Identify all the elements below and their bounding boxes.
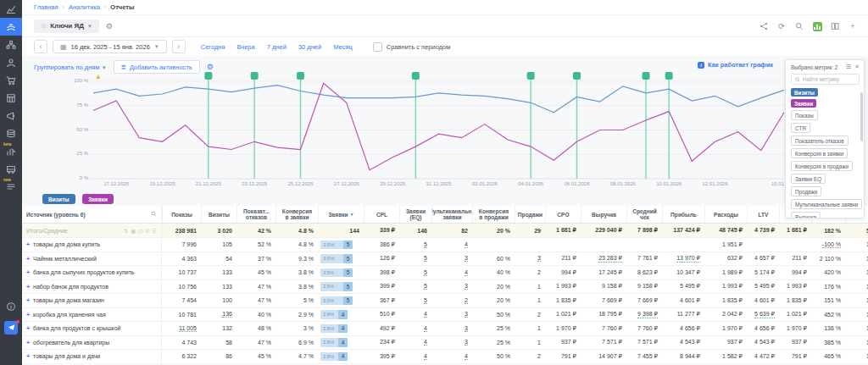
sort-icon[interactable]: ⇅	[124, 228, 128, 234]
expand-icon[interactable]: +	[26, 340, 30, 346]
column-header-Выручка[interactable]: Выручка	[581, 206, 626, 223]
column-header-Расходы[interactable]: Расходы	[704, 206, 747, 223]
metric-chip-Визиты[interactable]: Визиты	[791, 88, 818, 97]
column-header-Конверсия в продажи[interactable]: Конверсия в продажи	[472, 206, 515, 223]
prev-period-button[interactable]: ‹	[34, 40, 47, 53]
reports-icon[interactable]	[0, 18, 22, 36]
catalog-icon[interactable]	[0, 89, 22, 107]
table-row[interactable]: +обогреватель для квартиры4 7435847 %6.9…	[22, 336, 868, 351]
how-chart-works-link[interactable]: i Как работает график	[698, 61, 773, 69]
audience-icon[interactable]	[0, 53, 22, 71]
metrics-scrollbar[interactable]	[860, 92, 863, 141]
column-header-LTV[interactable]: LTV	[747, 206, 779, 223]
table-row[interactable]: +товары для дома купить7 99610552 %4.8 %…	[22, 238, 868, 252]
metric-chip-Показы[interactable]: Показы	[791, 110, 818, 120]
cart-icon[interactable]	[0, 71, 22, 89]
column-header-Показат... отказов[interactable]: Показат... отказов	[236, 206, 275, 223]
metrics-icon[interactable]: beta	[0, 142, 22, 160]
expand-icon[interactable]: +	[26, 269, 30, 275]
date-range-picker[interactable]: ▦ 16 дек. 2025 - 15 янв. 2026 ▼	[53, 40, 167, 53]
analytics-icon[interactable]	[0, 0, 22, 18]
activity-marker[interactable]	[204, 72, 212, 179]
star-icon[interactable]: ☆	[41, 22, 47, 30]
metric-chip-Мультиканальные заявки[interactable]: Мультиканальные заявки	[791, 199, 862, 209]
activity-marker[interactable]	[527, 72, 535, 179]
column-header-Заявки[interactable]: Заявки▼	[318, 206, 364, 223]
promo-icon[interactable]	[0, 107, 22, 124]
scripts-icon[interactable]: new	[0, 178, 22, 196]
metric-search-input[interactable]: Найти метрику	[791, 74, 860, 85]
quick-link-Вчера[interactable]: Вчера	[237, 43, 255, 51]
share-icon[interactable]	[759, 21, 769, 31]
metric-chip-Конверсия в заявки[interactable]: Конверсия в заявки	[791, 148, 848, 158]
phone-icon[interactable]: ✆	[146, 228, 150, 234]
expand-icon[interactable]: +	[26, 312, 30, 318]
metric-chip-Конверсия в продажи[interactable]: Конверсия в продажи	[791, 161, 853, 171]
expand-icon[interactable]: +	[26, 241, 30, 247]
column-header-Средний чек[interactable]: Средний чек	[626, 206, 662, 223]
quick-link-Месяц[interactable]: Месяц	[333, 43, 353, 51]
column-header-CPO[interactable]: CPO	[545, 206, 581, 223]
column-header-Мультиканальн... заявки[interactable]: Мультиканальн... заявки	[431, 206, 472, 223]
report-selector[interactable]: ☆ Ключи ЯД ▼	[34, 19, 99, 33]
next-period-button[interactable]: ›	[172, 40, 186, 53]
activity-marker[interactable]	[643, 72, 650, 179]
expand-icon[interactable]: +	[26, 256, 30, 262]
metric-chip-Показатель отказов[interactable]: Показатель отказов	[791, 135, 849, 146]
breadcrumb-item[interactable]: Аналитика	[69, 3, 100, 11]
columns-icon[interactable]	[830, 21, 840, 31]
expand-icon[interactable]: +	[26, 353, 30, 359]
refresh-icon[interactable]: ⟳	[776, 21, 787, 31]
report-settings-gear-icon[interactable]: ⚙	[106, 22, 113, 30]
transport-icon[interactable]	[0, 160, 22, 178]
group-by-dropdown[interactable]: Группировать по дням ▼	[34, 64, 107, 71]
metric-chip-Заявки EQ[interactable]: Заявки EQ	[791, 174, 826, 184]
compare-period[interactable]: Сравнить с периодом	[373, 42, 451, 52]
table-row[interactable]: +набор банок для продуктов10 75613347 %3…	[22, 280, 868, 295]
columns-icon[interactable]: ◫	[138, 228, 143, 234]
column-header-Прибыль[interactable]: Прибыль	[662, 206, 704, 223]
activity-marker[interactable]	[412, 72, 420, 179]
metric-chip-Выручка[interactable]: Выручка	[791, 212, 821, 218]
metric-chip-Заявки[interactable]: Заявки	[791, 99, 816, 108]
grid-icon[interactable]: ▦	[131, 228, 136, 234]
list-view-icon[interactable]: ☰	[846, 64, 851, 70]
table-row[interactable]: +банка для продуктов с крышкой11 0051324…	[22, 322, 868, 336]
menu-icon[interactable]: ☰	[153, 228, 157, 234]
search-icon[interactable]	[794, 21, 804, 31]
table-row[interactable]: +товары для дома магазин7 45410047 %5 %3…	[22, 294, 868, 308]
column-header-Визиты[interactable]: Визиты	[201, 206, 236, 223]
search-icon	[795, 77, 800, 82]
close-icon[interactable]: ✕	[854, 64, 860, 70]
table-row[interactable]: +товары для дома и дачи6 3228645 %4.7 %2…	[22, 350, 868, 364]
chart-settings-gear-icon[interactable]: ⚙	[207, 63, 214, 71]
telegram-icon[interactable]	[0, 318, 22, 336]
quick-link-7-дней[interactable]: 7 дней	[267, 43, 287, 51]
column-header-Заявки (EQ)[interactable]: Заявки (EQ)	[399, 206, 431, 223]
breadcrumb-item[interactable]: Главная	[34, 3, 58, 11]
add-icon[interactable]: +	[848, 21, 858, 31]
finance-icon[interactable]	[0, 124, 22, 142]
chart-icon[interactable]	[812, 21, 822, 31]
expand-icon[interactable]: +	[26, 284, 30, 290]
column-header-Продажи[interactable]: Продажи	[515, 206, 545, 223]
table-row[interactable]: +коробка для хранения чая10 78113640 %2.…	[22, 308, 868, 323]
table-row[interactable]: +банка для сыпучих продуктов купить10 73…	[22, 266, 868, 280]
activity-marker[interactable]	[573, 72, 581, 179]
activity-marker[interactable]	[665, 72, 673, 179]
activity-marker[interactable]	[297, 72, 304, 179]
table-row[interactable]: +Чайник металлический4 3635437 %9.3 %3.5…	[22, 252, 868, 267]
search-icon[interactable]	[151, 211, 157, 218]
quick-link-30-дней[interactable]: 30 дней	[298, 43, 321, 51]
compare-checkbox[interactable]	[373, 42, 382, 52]
structure-icon[interactable]	[0, 36, 22, 53]
column-header-CPL[interactable]: CPL	[364, 206, 399, 223]
quick-link-Сегодня[interactable]: Сегодня	[201, 43, 225, 51]
info-icon[interactable]	[0, 297, 22, 315]
expand-icon[interactable]: +	[26, 325, 30, 331]
column-header-Конверсия в заявки[interactable]: Конверсия в заявки	[275, 206, 318, 223]
column-header-Показы[interactable]: Показы	[162, 206, 201, 223]
metric-chip-Продажи[interactable]: Продажи	[791, 186, 821, 196]
expand-icon[interactable]: +	[26, 297, 30, 303]
metric-chip-CTR[interactable]: CTR	[791, 123, 810, 133]
